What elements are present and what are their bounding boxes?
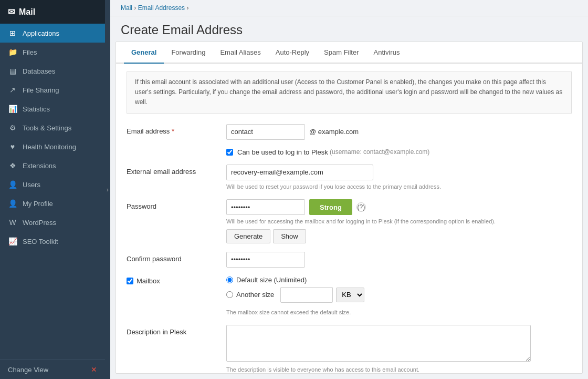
tab-email-aliases[interactable]: Email Aliases bbox=[213, 42, 268, 64]
sidebar-item-label: WordPress bbox=[23, 219, 56, 227]
sidebar-item-label: Tools & Settings bbox=[23, 124, 71, 132]
content-area: General Forwarding Email Aliases Auto-Re… bbox=[116, 42, 583, 374]
sidebar-item-label: Applications bbox=[23, 29, 59, 37]
confirm-password-label: Confirm password bbox=[127, 252, 226, 263]
tab-bar: General Forwarding Email Aliases Auto-Re… bbox=[116, 42, 582, 64]
page-header: Create Email Address bbox=[110, 16, 588, 42]
plesk-login-row: Can be used to log in to Plesk (username… bbox=[127, 148, 572, 156]
sidebar: ✉ Mail ⊞ Applications 📁 Files ▤ Database… bbox=[0, 0, 105, 379]
breadcrumb-separator: › bbox=[134, 4, 138, 12]
page-title: Create Email Address bbox=[121, 23, 578, 37]
sidebar-item-statistics[interactable]: 📊 Statistics bbox=[0, 99, 105, 118]
password-help: Will be used for accessing the mailbox a… bbox=[226, 217, 572, 226]
sidebar-item-label: Users bbox=[23, 181, 40, 189]
applications-icon: ⊞ bbox=[8, 29, 17, 37]
sidebar-item-label: SEO Toolkit bbox=[23, 238, 58, 245]
wordpress-icon: W bbox=[8, 218, 17, 227]
my-profile-icon: 👤 bbox=[8, 199, 17, 208]
change-view-button[interactable]: Change View ✕ bbox=[0, 360, 105, 379]
another-size-input[interactable] bbox=[280, 287, 333, 303]
password-actions: Generate Show bbox=[226, 229, 572, 243]
chevron-left-icon: › bbox=[107, 186, 109, 193]
another-size-radio[interactable] bbox=[226, 291, 233, 298]
generate-button[interactable]: Generate bbox=[226, 229, 270, 243]
sidebar-item-label: My Profile bbox=[23, 200, 53, 208]
email-address-input[interactable] bbox=[226, 124, 305, 140]
sidebar-item-health-monitoring[interactable]: ♥ Health Monitoring bbox=[0, 137, 105, 156]
breadcrumb-mail[interactable]: Mail bbox=[121, 4, 132, 12]
password-input[interactable] bbox=[226, 199, 305, 215]
file-sharing-icon: ↗ bbox=[8, 86, 17, 94]
sidebar-item-label: Databases bbox=[23, 67, 55, 75]
files-icon: 📁 bbox=[8, 48, 17, 56]
password-row: Password Strong (?) Will be used for acc… bbox=[127, 199, 572, 243]
sidebar-item-seo-toolkit[interactable]: 📈 SEO Toolkit bbox=[0, 232, 105, 251]
default-size-label: Default size (Unlimited) bbox=[236, 276, 307, 284]
sidebar-item-wordpress[interactable]: W WordPress bbox=[0, 213, 105, 232]
tools-settings-icon: ⚙ bbox=[8, 124, 17, 132]
main-content: Mail › Email Addresses › Create Email Ad… bbox=[110, 0, 588, 379]
sidebar-nav: ⊞ Applications 📁 Files ▤ Databases ↗ Fil… bbox=[0, 24, 105, 360]
health-monitoring-icon: ♥ bbox=[8, 142, 17, 151]
email-address-label: Email address * bbox=[127, 124, 226, 135]
external-email-label: External email address bbox=[127, 165, 226, 176]
tab-spam-filter[interactable]: Spam Filter bbox=[317, 42, 366, 64]
password-hint-icon[interactable]: (?) bbox=[356, 202, 366, 212]
sidebar-item-label: Extensions bbox=[23, 162, 56, 170]
plesk-login-sub: (username: contact@example.com) bbox=[328, 148, 430, 156]
sidebar-item-my-profile[interactable]: 👤 My Profile bbox=[0, 194, 105, 213]
sidebar-item-files[interactable]: 📁 Files bbox=[0, 43, 105, 62]
password-label: Password bbox=[127, 199, 226, 210]
confirm-password-input[interactable] bbox=[226, 252, 305, 268]
description-row: Description in Plesk The description is … bbox=[127, 325, 572, 374]
sidebar-item-tools-settings[interactable]: ⚙ Tools & Settings bbox=[0, 118, 105, 137]
sidebar-logo-label: Mail bbox=[19, 7, 35, 17]
size-unit-select[interactable]: KB MB GB bbox=[336, 288, 364, 302]
tab-antivirus[interactable]: Antivirus bbox=[366, 42, 407, 64]
sidebar-item-applications[interactable]: ⊞ Applications bbox=[0, 24, 105, 43]
tab-general[interactable]: General bbox=[124, 42, 164, 64]
sidebar-item-label: Files bbox=[23, 48, 37, 56]
mailbox-row: Mailbox Default size (Unlimited) Another… bbox=[127, 276, 572, 317]
description-help: The description is visible to everyone w… bbox=[226, 365, 572, 374]
sidebar-item-label: File Sharing bbox=[23, 86, 59, 94]
password-strength-badge: Strong bbox=[309, 199, 352, 215]
tab-auto-reply[interactable]: Auto-Reply bbox=[268, 42, 317, 64]
mailbox-help: The mailbox size cannot exceed the defau… bbox=[226, 308, 572, 317]
sidebar-item-users[interactable]: 👤 Users bbox=[0, 175, 105, 194]
description-label: Description in Plesk bbox=[127, 325, 226, 336]
show-button[interactable]: Show bbox=[273, 229, 306, 243]
sidebar-item-file-sharing[interactable]: ↗ File Sharing bbox=[0, 80, 105, 99]
breadcrumb-separator-2: › bbox=[186, 4, 188, 12]
sidebar-item-extensions[interactable]: ❖ Extensions bbox=[0, 156, 105, 175]
extensions-icon: ❖ bbox=[8, 161, 17, 170]
plesk-login-checkbox[interactable] bbox=[226, 149, 233, 156]
databases-icon: ▤ bbox=[8, 67, 17, 75]
another-size-row: Another size KB MB GB bbox=[226, 287, 572, 303]
confirm-password-row: Confirm password bbox=[127, 252, 572, 268]
mailbox-checkbox[interactable] bbox=[127, 278, 133, 284]
description-input[interactable] bbox=[226, 325, 531, 362]
sidebar-item-databases[interactable]: ▤ Databases bbox=[0, 62, 105, 80]
sidebar-item-label: Statistics bbox=[23, 105, 50, 113]
plesk-login-label: Can be used to log in to Plesk bbox=[237, 148, 328, 156]
tab-forwarding[interactable]: Forwarding bbox=[164, 42, 213, 64]
close-icon: ✕ bbox=[91, 365, 97, 374]
default-size-radio[interactable] bbox=[226, 276, 233, 283]
breadcrumb-email-addresses[interactable]: Email Addresses bbox=[138, 4, 185, 12]
users-icon: 👤 bbox=[8, 180, 17, 189]
default-size-row: Default size (Unlimited) bbox=[226, 276, 572, 284]
form-area: If this email account is associated with… bbox=[116, 64, 582, 374]
external-email-input[interactable] bbox=[226, 165, 373, 180]
sidebar-item-label: Health Monitoring bbox=[23, 143, 76, 151]
sidebar-logo[interactable]: ✉ Mail bbox=[0, 0, 105, 24]
statistics-icon: 📊 bbox=[8, 105, 17, 113]
another-size-label: Another size bbox=[236, 291, 274, 299]
mailbox-label: Mailbox bbox=[136, 277, 160, 285]
info-text: If this email account is associated with… bbox=[127, 71, 572, 114]
mailbox-label-area: Mailbox bbox=[127, 276, 226, 285]
seo-toolkit-icon: 📈 bbox=[8, 237, 17, 245]
email-address-row: Email address * @ example.com bbox=[127, 124, 572, 140]
sidebar-collapse-handle[interactable]: › bbox=[105, 0, 110, 379]
external-email-row: External email address Will be used to r… bbox=[127, 165, 572, 191]
